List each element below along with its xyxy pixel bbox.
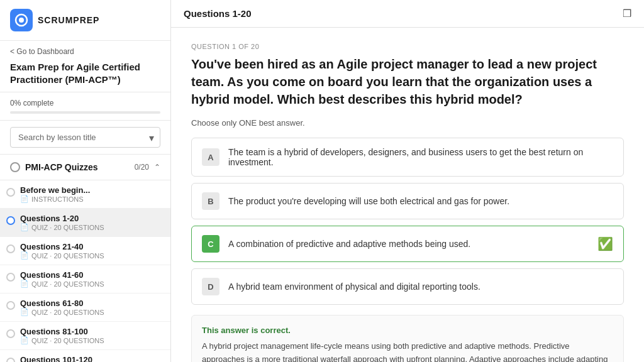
search-section: Search by lesson title <box>0 121 170 155</box>
sidebar-nav: < Go to Dashboard Exam Prep for Agile Ce… <box>0 41 170 92</box>
back-to-dashboard-link[interactable]: < Go to Dashboard <box>10 47 160 56</box>
main-content: Questions 1-20 ❒ QUESTION 1 OF 20 You've… <box>171 0 644 362</box>
lesson-circle-icon <box>6 244 15 253</box>
answer-option-b[interactable]: B The product you're developing will use… <box>191 183 624 219</box>
answer-option-a[interactable]: A The team is a hybrid of developers, de… <box>191 138 624 177</box>
question-area: QUESTION 1 OF 20 You've been hired as an… <box>171 28 644 362</box>
list-item[interactable]: Questions 41-60 📄 QUIZ · 20 QUESTIONS <box>0 265 170 293</box>
choose-label: Choose only ONE best answer. <box>191 118 624 128</box>
quiz-icon: 📄 <box>20 336 29 344</box>
lesson-circle-icon <box>6 358 15 362</box>
lesson-subtitle: 📄 QUIZ · 20 QUESTIONS <box>20 223 160 231</box>
lesson-circle-icon <box>6 188 15 197</box>
option-text-b: The product you're developing will use b… <box>228 196 613 206</box>
option-text-d: A hybrid team environment of physical an… <box>228 282 613 292</box>
search-wrapper: Search by lesson title <box>10 127 160 148</box>
group-circle-icon <box>10 162 20 172</box>
lesson-title: Questions 81-100 <box>20 327 160 336</box>
list-item[interactable]: Questions 61-80 📄 QUIZ · 20 QUESTIONS <box>0 293 170 322</box>
explanation-correct-label: This answer is correct. <box>202 326 613 335</box>
list-item[interactable]: Questions 101-120 📄 QUIZ · 20 QUESTIONS <box>0 350 170 362</box>
explanation-text: A hybrid project management life-cycle m… <box>202 340 613 362</box>
course-title: Exam Prep for Agile Certified Practition… <box>10 61 160 85</box>
lesson-subtitle: 📄 QUIZ · 20 QUESTIONS <box>20 280 160 288</box>
lesson-title: Questions 1-20 <box>20 214 160 223</box>
option-letter-d: D <box>202 278 219 295</box>
lesson-title: Questions 61-80 <box>20 299 160 308</box>
logo-icon <box>10 9 33 31</box>
list-item[interactable]: Before we begin... 📄 INSTRUCTIONS <box>0 180 170 209</box>
list-item[interactable]: Questions 81-100 📄 QUIZ · 20 QUESTIONS <box>0 322 170 350</box>
lesson-circle-icon <box>6 216 15 225</box>
lesson-circle-icon <box>6 329 15 338</box>
quiz-count: 0/20 <box>135 163 149 172</box>
svg-point-1 <box>19 18 24 23</box>
question-label: QUESTION 1 OF 20 <box>191 43 624 50</box>
lesson-subtitle: 📄 INSTRUCTIONS <box>20 195 160 203</box>
quiz-icon: 📄 <box>20 223 29 231</box>
question-text: You've been hired as an Agile project ma… <box>191 55 624 108</box>
lesson-title: Before we begin... <box>20 185 160 195</box>
lesson-circle-icon <box>6 301 15 310</box>
option-text-c: A combination of predictive and adaptive… <box>228 239 589 249</box>
lessons-list: PMI-ACP Quizzes 0/20 ⌃ Before we begin..… <box>0 155 170 362</box>
lesson-subtitle: 📄 QUIZ · 20 QUESTIONS <box>20 251 160 260</box>
option-text-a: The team is a hybrid of developers, desi… <box>228 147 613 167</box>
list-item[interactable]: Questions 1-20 📄 QUIZ · 20 QUESTIONS <box>0 209 170 237</box>
list-item[interactable]: Questions 21-40 📄 QUIZ · 20 QUESTIONS <box>0 237 170 265</box>
option-letter-b: B <box>202 192 219 210</box>
quiz-group-left: PMI-ACP Quizzes <box>10 162 98 172</box>
sidebar: SCRUMPREP < Go to Dashboard Exam Prep fo… <box>0 0 171 362</box>
lesson-circle-icon <box>6 273 15 282</box>
lesson-subtitle: 📄 QUIZ · 20 QUESTIONS <box>20 308 160 316</box>
quiz-icon: 📄 <box>20 308 29 316</box>
quiz-group-header[interactable]: PMI-ACP Quizzes 0/20 ⌃ <box>0 155 170 180</box>
answer-explanation: This answer is correct. A hybrid project… <box>191 315 624 362</box>
logo-text: SCRUMPREP <box>38 15 99 25</box>
answer-option-d[interactable]: D A hybrid team environment of physical … <box>191 268 624 305</box>
progress-label: 0% complete <box>10 99 160 107</box>
expand-icon[interactable]: ❒ <box>623 8 631 19</box>
progress-section: 0% complete <box>0 92 170 121</box>
progress-bar-background <box>10 111 160 114</box>
lesson-title: Questions 21-40 <box>20 242 160 251</box>
main-header-title: Questions 1-20 <box>184 8 252 19</box>
option-letter-a: A <box>202 148 219 166</box>
quiz-icon: 📄 <box>20 280 29 288</box>
correct-checkmark-icon: ✅ <box>597 236 613 251</box>
answer-option-c[interactable]: C A combination of predictive and adapti… <box>191 226 624 262</box>
lesson-search-select[interactable]: Search by lesson title <box>10 127 160 148</box>
lesson-title: Questions 41-60 <box>20 270 160 280</box>
option-letter-c: C <box>202 235 219 253</box>
quiz-group-title: PMI-ACP Quizzes <box>25 162 98 172</box>
chevron-up-icon: ⌃ <box>154 163 160 172</box>
lesson-subtitle: 📄 QUIZ · 20 QUESTIONS <box>20 336 160 344</box>
instructions-icon: 📄 <box>20 195 29 203</box>
lesson-title: Questions 101-120 <box>20 355 160 362</box>
main-header: Questions 1-20 ❒ <box>171 0 644 28</box>
sidebar-header: SCRUMPREP <box>0 0 170 41</box>
quiz-icon: 📄 <box>20 251 29 260</box>
